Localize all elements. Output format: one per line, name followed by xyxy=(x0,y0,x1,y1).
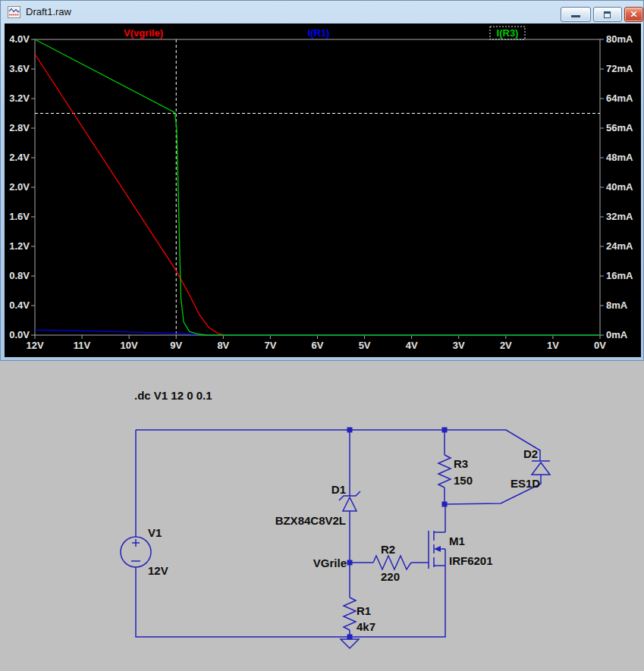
left-tick-label: 4.0V xyxy=(9,33,30,45)
restore-icon xyxy=(604,11,611,18)
right-tick-label: 80mA xyxy=(606,33,633,45)
component-label[interactable]: V1 xyxy=(148,526,162,539)
right-tick-label: 0mA xyxy=(606,329,628,340)
x-tick-label: 3V xyxy=(453,340,465,351)
ltspice-app: Draft1.raw ✕ 12V11V10V9V8V7V6V5V4V3V2V1V… xyxy=(0,0,644,671)
component-d2-diode[interactable]: D2 ES1D xyxy=(510,447,550,490)
component-value[interactable]: 4k7 xyxy=(357,620,375,633)
component-value[interactable]: 12V xyxy=(148,564,168,577)
component-d1-zener-diode[interactable]: D1 BZX84C8V2L xyxy=(275,483,360,527)
close-icon: ✕ xyxy=(625,9,642,20)
ground-symbol[interactable] xyxy=(341,639,359,648)
x-tick-label: 1V xyxy=(547,340,559,351)
trace-I(R1) xyxy=(35,330,600,335)
minimize-button[interactable] xyxy=(561,7,591,22)
waveform-file-icon xyxy=(8,6,20,18)
component-label[interactable]: D2 xyxy=(523,447,538,460)
right-tick-label: 48mA xyxy=(606,152,633,163)
legend-I(R3)[interactable]: I(R3) xyxy=(497,27,519,39)
plot-pane[interactable]: 12V11V10V9V8V7V6V5V4V3V2V1V0V4.0V3.6V3.2… xyxy=(5,24,641,357)
component-r2-resistor[interactable]: R2 220 xyxy=(373,543,411,583)
spice-directive[interactable]: .dc V1 12 0 0.1 xyxy=(134,389,212,402)
window-title: Draft1.raw xyxy=(26,6,71,17)
component-value[interactable]: BZX84C8V2L xyxy=(275,514,346,527)
left-tick-label: 0.0V xyxy=(9,329,30,340)
left-tick-label: 2.8V xyxy=(9,122,30,133)
x-tick-label: 12V xyxy=(26,340,43,351)
right-tick-label: 40mA xyxy=(606,181,633,193)
right-tick-label: 16mA xyxy=(606,270,633,281)
component-label[interactable]: R2 xyxy=(381,543,395,556)
left-tick-label: 0.8V xyxy=(9,270,30,281)
legend-V(vgrile)[interactable]: V(vgrile) xyxy=(124,27,163,39)
close-button[interactable]: ✕ xyxy=(624,7,643,22)
title-bar[interactable]: Draft1.raw ✕ xyxy=(1,1,643,24)
trace-I(R3) xyxy=(35,39,600,335)
wires xyxy=(136,430,541,637)
left-tick-label: 3.2V xyxy=(9,92,30,104)
waveform-plot[interactable]: 12V11V10V9V8V7V6V5V4V3V2V1V0V4.0V3.6V3.2… xyxy=(5,24,641,357)
component-label[interactable]: R1 xyxy=(357,604,371,617)
legend-I(R1)[interactable]: I(R1) xyxy=(308,27,330,39)
right-tick-label: 56mA xyxy=(606,122,633,133)
right-tick-label: 24mA xyxy=(606,240,633,252)
left-tick-label: 0.4V xyxy=(9,299,30,311)
x-tick-label: 10V xyxy=(121,340,138,351)
x-tick-label: 0V xyxy=(594,340,606,351)
right-tick-label: 8mA xyxy=(606,299,628,311)
trace-V(vgrile) xyxy=(35,55,600,336)
component-value[interactable]: 150 xyxy=(454,474,473,487)
x-tick-label: 4V xyxy=(406,340,418,351)
component-m1-nmos[interactable]: M1 IRF6201 xyxy=(429,531,493,569)
component-label[interactable]: M1 xyxy=(449,535,465,547)
left-tick-label: 3.6V xyxy=(9,63,30,74)
left-tick-label: 2.0V xyxy=(9,181,30,193)
x-tick-label: 11V xyxy=(74,340,91,351)
left-tick-label: 2.4V xyxy=(9,152,30,163)
component-r3-resistor[interactable]: R3 150 xyxy=(438,455,473,488)
component-value[interactable]: IRF6201 xyxy=(449,554,493,567)
right-tick-label: 64mA xyxy=(606,92,633,104)
component-r1-resistor[interactable]: R1 4k7 xyxy=(344,597,375,633)
x-tick-label: 2V xyxy=(500,340,512,351)
x-tick-label: 9V xyxy=(170,340,182,351)
x-tick-label: 7V xyxy=(264,340,276,351)
x-tick-label: 5V xyxy=(359,340,371,351)
left-tick-label: 1.2V xyxy=(9,240,30,252)
restore-button[interactable] xyxy=(593,7,622,22)
schematic-canvas[interactable]: .dc V1 12 0 0.1 V1 12V xyxy=(0,361,644,671)
net-label-vgrile[interactable]: VGrile xyxy=(313,557,347,569)
component-value[interactable]: ES1D xyxy=(510,477,540,490)
right-tick-label: 72mA xyxy=(606,63,633,74)
component-label[interactable]: D1 xyxy=(331,483,346,496)
left-tick-label: 1.6V xyxy=(9,211,30,222)
x-tick-label: 8V xyxy=(217,340,229,351)
x-tick-label: 6V xyxy=(312,340,324,351)
component-value[interactable]: 220 xyxy=(381,570,400,583)
waveform-window: Draft1.raw ✕ 12V11V10V9V8V7V6V5V4V3V2V1V… xyxy=(0,0,644,361)
component-label[interactable]: R3 xyxy=(454,457,468,470)
minimize-icon xyxy=(571,15,580,17)
right-tick-label: 32mA xyxy=(606,211,633,222)
component-v1-voltage-source[interactable]: V1 12V xyxy=(121,526,168,577)
